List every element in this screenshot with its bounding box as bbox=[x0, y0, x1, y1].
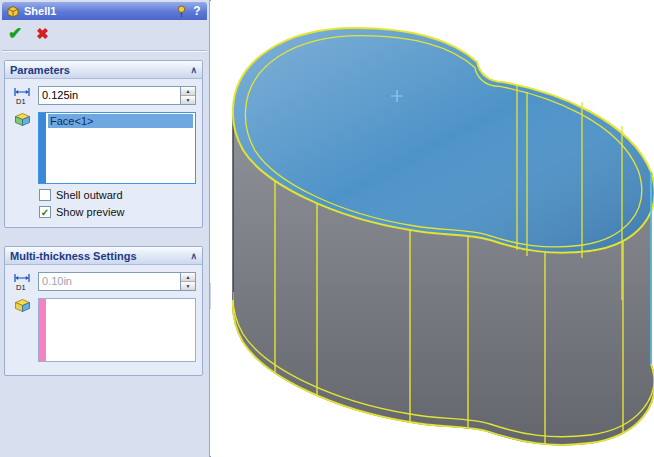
thickness-row: D1 0.125in ▲ ▼ bbox=[11, 86, 196, 105]
selection-color-stripe bbox=[39, 113, 46, 183]
show-preview-row: ✓ Show preview bbox=[39, 206, 196, 218]
shell-outward-row: Shell outward bbox=[39, 189, 196, 201]
shell-outward-checkbox[interactable] bbox=[39, 189, 51, 201]
d1-label: D1 bbox=[16, 283, 26, 291]
multi-thickness-d1-icon: D1 bbox=[12, 273, 32, 291]
multi-thickness-input[interactable]: 0.10in ▲ ▼ bbox=[38, 272, 196, 291]
show-preview-label: Show preview bbox=[56, 206, 124, 218]
thickness-input[interactable]: 0.125in ▲ ▼ bbox=[38, 86, 196, 105]
confirm-toolbar: ✔ ✖ bbox=[8, 23, 49, 45]
multi-thickness-group: Multi-thickness Settings ∧ D1 0.10in bbox=[4, 246, 203, 376]
multi-selection-list[interactable] bbox=[46, 299, 195, 361]
face-selection-row: Face<1> bbox=[11, 112, 196, 184]
toolbar-separator bbox=[2, 50, 207, 52]
panel-title: Shell1 bbox=[24, 5, 56, 17]
multi-thickness-group-title: Multi-thickness Settings bbox=[10, 250, 137, 262]
multi-thickness-row: D1 0.10in ▲ ▼ bbox=[11, 272, 196, 291]
multi-thickness-value: 0.10in bbox=[39, 273, 180, 290]
spinner-up-button[interactable]: ▲ bbox=[181, 273, 195, 282]
multi-thickness-color-stripe bbox=[39, 299, 46, 361]
collapse-chevron-icon[interactable]: ∧ bbox=[190, 65, 197, 75]
multi-thickness-faces-list[interactable] bbox=[38, 298, 196, 362]
cancel-button[interactable]: ✖ bbox=[36, 24, 49, 44]
parameters-group: Parameters ∧ D1 0.125in ▲ bbox=[4, 60, 203, 228]
thickness-d1-icon: D1 bbox=[12, 87, 32, 105]
help-icon[interactable]: ? bbox=[191, 4, 203, 18]
show-preview-checkbox[interactable]: ✓ bbox=[39, 206, 51, 218]
property-manager-panel: Shell1 ? ✔ ✖ Parameters ∧ bbox=[0, 0, 210, 457]
ok-button[interactable]: ✔ bbox=[8, 24, 22, 44]
graphics-viewport[interactable] bbox=[211, 0, 654, 457]
selection-list[interactable]: Face<1> bbox=[46, 113, 195, 183]
selected-face-item[interactable]: Face<1> bbox=[48, 114, 193, 128]
shell-outward-label: Shell outward bbox=[56, 189, 123, 201]
faces-to-remove-list[interactable]: Face<1> bbox=[38, 112, 196, 184]
d1-label: D1 bbox=[16, 97, 26, 105]
multi-face-selection-row bbox=[11, 298, 196, 362]
collapse-chevron-icon[interactable]: ∧ bbox=[190, 251, 197, 261]
multi-thickness-group-header[interactable]: Multi-thickness Settings ∧ bbox=[5, 247, 202, 265]
panel-titlebar: Shell1 ? bbox=[2, 2, 207, 20]
spinner-up-button[interactable]: ▲ bbox=[181, 87, 195, 96]
model-canvas[interactable] bbox=[211, 0, 654, 457]
pin-icon[interactable] bbox=[176, 5, 187, 18]
face-selection-icon bbox=[14, 112, 31, 127]
thickness-value: 0.125in bbox=[39, 87, 180, 104]
parameters-group-header[interactable]: Parameters ∧ bbox=[5, 61, 202, 79]
multi-face-selection-icon bbox=[14, 298, 31, 313]
parameters-group-title: Parameters bbox=[10, 64, 70, 76]
spinner-down-button[interactable]: ▼ bbox=[181, 96, 195, 104]
shell-feature-icon bbox=[6, 5, 20, 18]
spinner-down-button[interactable]: ▼ bbox=[181, 282, 195, 290]
